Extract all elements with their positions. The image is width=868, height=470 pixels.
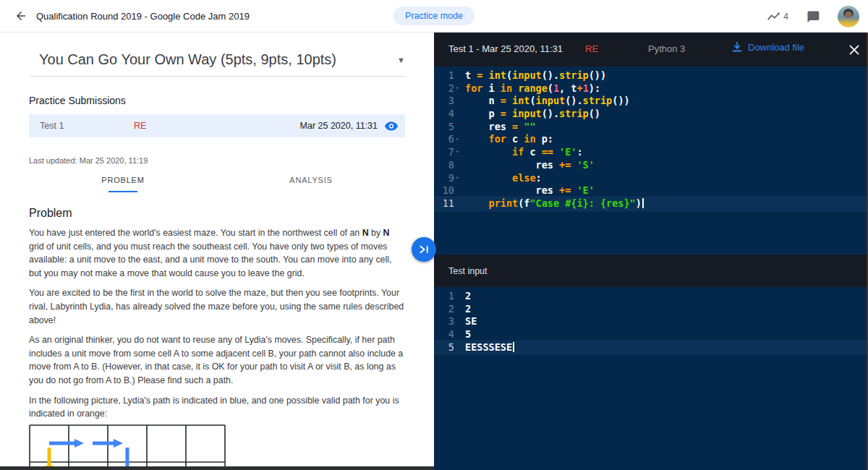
line-number: 9 — [434, 172, 454, 185]
test-input-line: 45 — [434, 328, 868, 341]
line-number: 6 — [434, 133, 454, 146]
code-line: 3 n = int(input().strip()) — [434, 95, 868, 108]
download-icon — [732, 42, 742, 53]
problem-title: You Can Go Your Own Way (5pts, 9pts, 10p… — [39, 51, 336, 68]
submission-row[interactable]: Test 1 RE Mar 25 2020, 11:31 — [29, 114, 405, 137]
fold-marker-icon[interactable]: ▾ — [454, 146, 461, 159]
problem-selector[interactable]: You Can Go Your Own Way (5pts, 9pts, 10p… — [29, 51, 405, 77]
viewer-verdict: RE — [585, 43, 598, 54]
test-input-editor[interactable]: 12223SE455EESSSESE — [434, 287, 868, 470]
attempts-count: 4 — [783, 12, 788, 22]
eye-icon[interactable] — [385, 121, 398, 131]
code-line: 9▾ else: — [434, 172, 868, 185]
code-line: 6▾ for c in p: — [434, 133, 868, 146]
problem-panel: You Can Go Your Own Way (5pts, 9pts, 10p… — [0, 33, 434, 470]
chevron-down-icon: ▼ — [397, 56, 405, 64]
code-line: 8 res += 'S' — [434, 159, 868, 172]
last-updated: Last updated: Mar 25 2020, 11:19 — [29, 156, 405, 165]
back-button[interactable] — [10, 5, 32, 27]
code-text: print(f"Case #{i}: {res}") — [465, 197, 644, 209]
practice-mode-badge: Practice mode — [393, 7, 475, 25]
avatar[interactable] — [838, 6, 859, 27]
problem-section-heading: Problem — [29, 207, 405, 220]
code-text: for c in p: — [465, 133, 553, 145]
test-input-text: 2 — [465, 303, 471, 315]
trending-icon — [767, 12, 781, 22]
code-line: 2▾for i in range(1, t+1): — [434, 82, 868, 95]
test-input-text: 5 — [465, 328, 471, 340]
test-input-text: 2 — [465, 290, 471, 302]
fold-marker-icon[interactable]: ▾ — [454, 134, 461, 147]
problem-paragraph-1: You have just entered the world's easies… — [29, 226, 405, 280]
tab-problem[interactable]: PROBLEM — [29, 168, 217, 192]
code-text: res += 'S' — [465, 159, 595, 171]
test-input-header: Test input — [434, 255, 868, 287]
expand-right-icon — [419, 244, 430, 255]
code-text: for i in range(1, t+1): — [465, 82, 600, 94]
code-text: res += 'E' — [465, 184, 595, 196]
text-cursor — [642, 198, 644, 208]
download-file-button[interactable]: Download file — [732, 42, 804, 53]
test-input-line: 12 — [434, 290, 868, 303]
attempts-indicator[interactable]: 4 — [767, 12, 788, 22]
code-line: 10 res += 'E' — [434, 184, 868, 197]
code-line: 5 res = "" — [434, 121, 868, 134]
line-number: 4 — [434, 108, 454, 121]
code-text: if c == 'E': — [465, 146, 583, 158]
code-text: p = input().strip() — [465, 108, 600, 119]
line-number: 10 — [434, 184, 454, 197]
submission-time: Mar 25 2020, 11:31 — [300, 121, 378, 131]
code-line: 11 print(f"Case #{i}: {res}") — [434, 197, 868, 210]
line-number: 1 — [434, 69, 454, 82]
page-title: Qualification Round 2019 - Google Code J… — [36, 11, 250, 22]
line-number: 8 — [434, 159, 454, 172]
code-text: else: — [465, 172, 542, 184]
close-icon — [849, 45, 859, 55]
line-number: 11 — [434, 197, 454, 210]
test-input-text: SE — [465, 315, 477, 327]
text-cursor — [513, 342, 514, 352]
viewer-title: Test 1 - Mar 25 2020, 11:31 — [448, 43, 563, 54]
bottom-strip — [0, 466, 434, 470]
arrow-left-icon — [14, 9, 27, 22]
submissions-heading: Practice Submissions — [29, 95, 405, 106]
test-input-text: EESSSESE — [465, 341, 514, 353]
code-line: 7▾ if c == 'E': — [434, 146, 868, 159]
fold-marker-icon[interactable]: ▾ — [454, 82, 461, 95]
code-line: 1t = int(input().strip()) — [434, 69, 868, 82]
tab-analysis[interactable]: ANALYSIS — [217, 168, 405, 192]
test-input-line: 5EESSSESE — [434, 341, 868, 354]
line-number: 7 — [434, 146, 454, 159]
line-number: 1 — [434, 290, 454, 303]
tab-bar: PROBLEM ANALYSIS — [29, 168, 405, 192]
submission-verdict: RE — [134, 121, 146, 131]
submission-name: Test 1 — [40, 121, 134, 131]
code-line: 4 p = input().strip() — [434, 108, 868, 121]
code-text: n = int(input().strip()) — [465, 95, 630, 106]
chat-icon[interactable] — [806, 9, 820, 24]
download-label: Download file — [748, 42, 804, 53]
line-number: 2 — [434, 82, 454, 95]
test-input-line: 3SE — [434, 315, 868, 328]
code-text: t = int(input().strip()) — [465, 69, 606, 81]
viewer-language: Python 3 — [648, 43, 685, 54]
submission-viewer-panel: Test 1 - Mar 25 2020, 11:31 RE Python 3 … — [434, 33, 868, 470]
maze-illustration — [29, 424, 405, 470]
code-editor[interactable]: 1t = int(input().strip())2▾for i in rang… — [434, 67, 868, 255]
line-number: 3 — [434, 95, 454, 108]
line-number: 3 — [434, 315, 454, 328]
close-button[interactable] — [846, 42, 862, 58]
collapse-panel-button[interactable] — [412, 237, 436, 262]
line-number: 5 — [434, 121, 454, 134]
viewer-header: Test 1 - Mar 25 2020, 11:31 RE Python 3 … — [434, 33, 868, 67]
code-text: res = "" — [465, 121, 536, 132]
test-input-label: Test input — [448, 266, 488, 276]
line-number: 5 — [434, 341, 454, 354]
line-number: 4 — [434, 328, 454, 341]
problem-paragraph-2: You are excited to be the first in the w… — [29, 286, 405, 327]
fold-marker-icon[interactable]: ▾ — [454, 172, 461, 185]
problem-paragraph-4: In the following picture, Lydia's path i… — [29, 394, 405, 421]
test-input-line: 22 — [434, 303, 868, 316]
problem-paragraph-3: As an original thinker, you do not want … — [29, 333, 405, 387]
line-number: 2 — [434, 303, 454, 316]
